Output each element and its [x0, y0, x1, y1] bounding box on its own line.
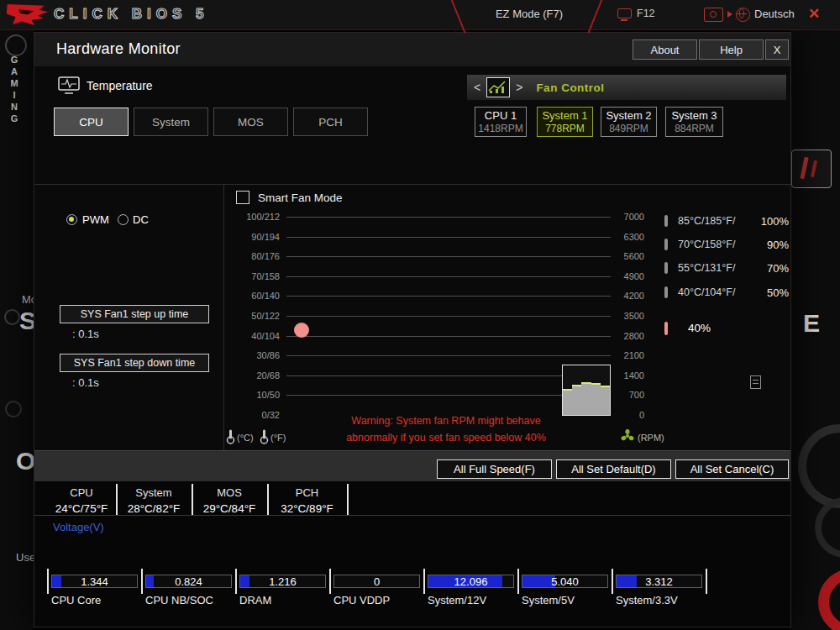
scale-row-50: 40°C/104°F/ 50%: [664, 286, 789, 299]
language-selector[interactable]: Deutsch: [754, 8, 795, 20]
language-pointer-icon: [727, 11, 732, 18]
temp-axis-tick: 70/158: [238, 270, 280, 282]
voltage-label: System/12V: [428, 594, 486, 606]
rpm-axis-tick: 2100: [616, 349, 644, 361]
separator-tick: [706, 569, 707, 594]
temp-axis-tick: 100/212: [238, 211, 280, 223]
background-gear-shape: [798, 424, 840, 508]
temp-axis-tick: 20/68: [238, 370, 280, 381]
fan-tab-system1[interactable]: System 1 778RPM: [537, 107, 593, 137]
help-button[interactable]: Help: [699, 39, 764, 60]
rpm-axis-tick: 700: [616, 389, 644, 401]
rpm-axis-tick: 3500: [616, 310, 644, 322]
voltage-label: CPU NB/SOC: [145, 594, 213, 606]
screen: GAMING Mo S O Use E CLICK BIOS 5 EZ Mode…: [0, 0, 840, 630]
dc-radio[interactable]: [118, 214, 129, 225]
unit-fahrenheit-label: (°F): [270, 433, 286, 443]
background-icon: [4, 309, 20, 325]
temp-tab-pch[interactable]: PCH: [293, 108, 368, 136]
voltage-value: 0.824: [145, 575, 232, 588]
fan-tab-rpm: 884RPM: [666, 123, 722, 134]
dialog-title: Hardware Monitor: [56, 40, 181, 58]
fan-tab-name: System 2: [601, 109, 656, 123]
temp-axis-tick: 30/86: [238, 349, 280, 361]
temp-tab-cpu[interactable]: CPU: [54, 108, 129, 136]
separator-tick: [235, 569, 237, 594]
voltage-label: System/3.3V: [616, 594, 678, 606]
pwm-radio-label: PWM: [82, 213, 109, 226]
all-set-cancel-button[interactable]: All Set Cancel(C): [675, 459, 789, 479]
ez-mode-separator-left: [449, 0, 465, 34]
temp-readout-label: CPU: [47, 486, 116, 499]
all-set-default-button[interactable]: All Set Default(D): [556, 459, 671, 479]
voltage-label: CPU VDDP: [333, 594, 390, 606]
fan-prev-arrow[interactable]: <: [474, 81, 480, 94]
scale-row-90: 70°C/158°F/ 90%: [664, 238, 789, 251]
divider: [34, 184, 790, 185]
temperature-monitor-icon: [58, 76, 80, 95]
rpm-axis-tick: 5600: [616, 250, 644, 262]
fan-tab-system3[interactable]: System 3 884RPM: [665, 107, 723, 137]
step-up-time-button[interactable]: SYS Fan1 step up time: [60, 305, 209, 323]
camera-icon[interactable]: [704, 8, 723, 22]
pwm-radio[interactable]: [66, 214, 77, 225]
unit-rpm-label: (RPM): [638, 433, 664, 443]
all-full-speed-button[interactable]: All Full Speed(F): [437, 459, 552, 479]
scale-marker: [664, 239, 668, 250]
thermometer-c-icon: [226, 429, 235, 444]
scale-temp-label: 70°C/158°F/: [678, 239, 750, 250]
voltage-value: 0: [333, 575, 420, 588]
about-button[interactable]: About: [633, 39, 697, 60]
step-down-time-button[interactable]: SYS Fan1 step down time: [60, 354, 209, 372]
monitor-section: CPU 24°C/75°F System 28°C/82°F MOS 29°C/…: [34, 481, 790, 627]
voltage-value: 12.096: [428, 575, 514, 588]
monitor-icon: [617, 8, 632, 18]
fan-chart-icon: [486, 77, 510, 97]
fan-tab-name: System 3: [666, 109, 722, 123]
temp-axis-tick: 10/50: [238, 389, 280, 401]
fan-tab-system2[interactable]: System 2 849RPM: [601, 107, 657, 137]
temp-tab-mos[interactable]: MOS: [213, 108, 288, 136]
voltage-value: 5.040: [522, 575, 608, 588]
rpm-axis-tick: 6300: [616, 231, 644, 243]
background-fragment-o: O: [16, 447, 34, 475]
temp-readout-label: System: [116, 486, 192, 499]
drag-handle-icon[interactable]: [750, 375, 761, 389]
temp-readout-value: 24°C/75°F: [47, 502, 116, 515]
background-icon: [5, 34, 27, 56]
history-bar: [563, 389, 572, 416]
fan-tab-rpm: 1418RPM: [475, 123, 526, 134]
ez-mode-button[interactable]: EZ Mode (F7): [470, 8, 588, 20]
smart-fan-mode-checkbox[interactable]: [236, 191, 249, 204]
background-fragment-s: S: [19, 307, 34, 335]
fan-curve-point[interactable]: [294, 323, 309, 338]
camera-lens: [710, 11, 717, 18]
separator-tick: [267, 484, 269, 516]
background-red-glyph: [800, 157, 808, 179]
separator-tick: [47, 569, 49, 594]
scale-temp-label: 55°C/131°F/: [678, 262, 750, 274]
voltage-label: System/5V: [522, 594, 575, 606]
temp-tab-system[interactable]: System: [134, 108, 208, 136]
background-gaming-label: GAMING: [9, 55, 19, 125]
separator-tick: [423, 569, 425, 594]
fan-warning-line1: Warning: System fan RPM might behave: [286, 415, 606, 427]
fan-next-arrow[interactable]: >: [516, 81, 522, 94]
history-bar: [601, 386, 610, 415]
system-close-button[interactable]: ✕: [808, 5, 820, 23]
separator-tick: [612, 569, 613, 594]
fan-tab-rpm: 849RPM: [601, 123, 656, 134]
ez-mode-separator-right: [587, 0, 603, 34]
rpm-axis-tick: 0: [616, 409, 644, 421]
temp-readout-value: 32°C/89°F: [267, 502, 347, 515]
fan-tab-cpu1[interactable]: CPU 1 1418RPM: [475, 107, 527, 137]
fan-control-header: < > Fan Control: [467, 75, 786, 100]
separator-tick: [192, 484, 193, 516]
screenshot-hotkey-label: F12: [637, 8, 655, 19]
voltage-label: CPU Core: [51, 594, 101, 606]
topbar: CLICK BIOS 5 EZ Mode (F7) F12 Deutsch ✕: [0, 0, 840, 30]
separator-tick: [141, 569, 143, 594]
history-bar: [591, 383, 601, 415]
dialog-close-button[interactable]: X: [765, 39, 789, 60]
fan-warning-line2: abnormally if you set fan speed below 40…: [286, 432, 606, 444]
